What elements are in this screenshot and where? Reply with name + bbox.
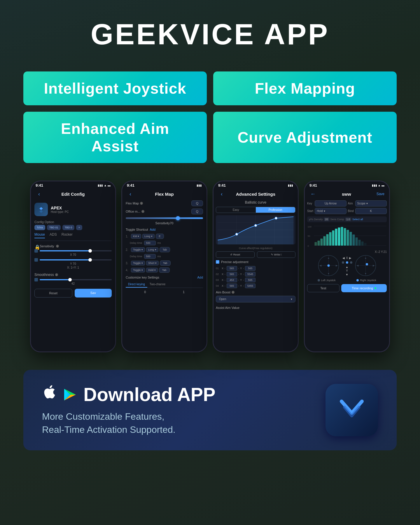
coord-4-y[interactable]: 5455 xyxy=(245,284,256,288)
smoothness-track[interactable] xyxy=(40,279,112,280)
flex-map-value[interactable]: Q xyxy=(191,200,203,206)
svg-text:▲: ▲ xyxy=(364,257,367,259)
coord-3-x[interactable]: 453 xyxy=(227,278,237,282)
phone4-save[interactable]: Save xyxy=(377,192,384,196)
lock-icon: 🔒 xyxy=(34,244,38,248)
item1-duration[interactable]: Long ▾ xyxy=(142,234,155,239)
mapping-item-2: 2. Toggle ▾ Long ▾ Tab xyxy=(126,247,203,252)
coord-2-x[interactable]: 565 xyxy=(227,272,237,276)
download-subtitle-line1: More Customizable Features, xyxy=(42,410,216,423)
config-profile: APEX Host type: PC xyxy=(34,200,112,218)
nav-tab-ads[interactable]: ADS xyxy=(50,232,57,238)
item2-type[interactable]: Toggle ▾ xyxy=(131,247,145,252)
item1-type[interactable]: KM ▾ xyxy=(131,234,141,239)
sensitivity-info: i xyxy=(56,245,59,248)
precise-row: ✓ Precise adjustment xyxy=(216,260,295,264)
start-label: Start xyxy=(307,209,313,213)
density-value: 20 xyxy=(324,218,329,221)
item2-key[interactable]: Tab xyxy=(160,247,170,252)
delay-row-2: Delay time 500 ms xyxy=(126,254,203,259)
y-slider-track[interactable] xyxy=(40,259,112,260)
curve-label: Curve effect(Free regulation) xyxy=(216,247,295,250)
phone1-time: 9:41 xyxy=(36,183,43,188)
coord-2-y[interactable]: 5545 xyxy=(245,272,256,276)
curve-buttons: ↺ Reset ✎ Write i xyxy=(216,251,295,258)
sensitivity-x-slider[interactable] xyxy=(34,249,112,253)
item3-key[interactable]: Tab xyxy=(160,260,171,266)
time-recording-btn[interactable]: Time recording xyxy=(341,284,387,292)
smoothness-slider[interactable] xyxy=(34,278,112,281)
svg-text:▶: ▶ xyxy=(336,264,338,267)
svg-point-7 xyxy=(255,224,257,227)
item4-type[interactable]: Toggle ▾ xyxy=(131,268,145,272)
sensitivity-y-slider[interactable] xyxy=(34,258,112,262)
phone1-nav-tabs: Mouse ADS Rocker xyxy=(34,232,112,241)
item1-key[interactable]: E xyxy=(156,234,164,239)
sens-slider-track[interactable] xyxy=(126,217,203,219)
write-curve-btn[interactable]: ✎ Write i xyxy=(257,251,296,258)
mode-tab-easy[interactable]: Easy xyxy=(216,207,256,213)
save-button[interactable]: Sav xyxy=(75,289,112,298)
item4-key[interactable]: Tab xyxy=(159,267,170,273)
phone1-back-btn[interactable]: ‹ xyxy=(36,190,43,197)
svg-point-6 xyxy=(236,233,238,235)
sens-thumb xyxy=(176,216,180,220)
customize-title: Customize key Settings xyxy=(126,276,159,279)
aim-boost-section: Aim Boost i Open ▾ xyxy=(216,290,295,302)
nav-tab-rocker[interactable]: Rocker xyxy=(62,232,73,238)
bind-value[interactable]: K xyxy=(355,208,387,214)
item4-duration[interactable]: Hold ▾ xyxy=(146,268,158,272)
slider-icon-x xyxy=(34,249,38,253)
test-btn[interactable]: Test xyxy=(307,284,340,292)
keying-tab-two-channel[interactable]: Two-channe xyxy=(147,281,168,288)
delay-input-1[interactable]: 500 xyxy=(144,241,156,245)
x-slider-track[interactable] xyxy=(40,250,112,251)
svg-text:▼: ▼ xyxy=(327,272,330,275)
xy-display: X:-2 Y:21 xyxy=(307,250,387,253)
download-section: Download APP More Customizable Features,… xyxy=(23,370,397,450)
feature-badges: Intelligent Joystick Flex Mapping Enhanc… xyxy=(23,71,397,163)
mapping-items: 1. KM ▾ Long ▾ E Delay time 500 ms 2. xyxy=(126,234,203,273)
reset-button[interactable]: Reset xyxy=(34,289,72,298)
svg-rect-22 xyxy=(335,229,337,246)
coord-4-x[interactable]: 565 xyxy=(227,284,237,288)
keying-tab-direct[interactable]: Direct keying xyxy=(126,281,147,288)
select-all-link[interactable]: Select all xyxy=(352,218,363,221)
reset-curve-btn[interactable]: ↺ Reset xyxy=(216,251,255,258)
config-tab-1[interactable]: Tchia xyxy=(34,225,45,230)
item3-type[interactable]: Toggle ▾ xyxy=(131,261,145,265)
y-value-label: Y 70 xyxy=(34,262,112,265)
delay-input-2[interactable]: 500 xyxy=(144,254,156,259)
start-value[interactable]: Hold ▾ xyxy=(315,208,346,214)
customize-add-link[interactable]: Add xyxy=(197,276,203,279)
config-add-tab[interactable]: + xyxy=(76,225,82,230)
coord-1-y[interactable]: 565 xyxy=(245,266,256,271)
svg-rect-19 xyxy=(326,234,329,246)
precise-checkbox[interactable]: ✓ xyxy=(216,260,219,264)
aim-value[interactable]: Scope ▾ xyxy=(355,200,387,206)
phone1-bottom-buttons: Reset Sav xyxy=(34,289,112,298)
feature-badge-text-2: Flex Mapping xyxy=(255,80,355,97)
phone4-status-bar: 9:41 ▮▮▮ ▲ ▬ xyxy=(305,181,389,188)
key-value[interactable]: Up Arrow xyxy=(315,200,346,206)
config-tab-3[interactable]: TBD 0 xyxy=(62,225,75,230)
mode-tab-pro[interactable]: Profession xyxy=(256,207,295,213)
config-tab-2[interactable]: TBD 01 xyxy=(47,225,61,230)
item2-duration[interactable]: Long ▾ xyxy=(146,247,158,252)
phone2-back-btn[interactable]: ‹ xyxy=(127,190,134,197)
phone4-back-btn[interactable]: ← xyxy=(309,190,316,197)
item3-duration[interactable]: Short ▾ xyxy=(146,261,159,265)
svg-rect-28 xyxy=(353,235,355,246)
sensitivity-slider-section: Sensitivity70 xyxy=(126,217,203,225)
density-row: y/% Density 20 Sens Comp 1.0 Select all xyxy=(307,216,387,222)
add-link[interactable]: Add xyxy=(150,228,155,231)
office-mode-value[interactable]: Q xyxy=(191,209,203,214)
nav-tab-mouse[interactable]: Mouse xyxy=(34,232,45,238)
sens-comp-value: 1.0 xyxy=(345,218,351,221)
phone3-status-icons: ▮▮▮ xyxy=(288,184,293,187)
coord-1-x[interactable]: 565 xyxy=(227,266,237,271)
left-joystick-indicator xyxy=(318,279,320,281)
coord-3-y[interactable]: 565 xyxy=(245,278,256,282)
phone3-back-btn[interactable]: ‹ xyxy=(218,190,225,197)
open-select[interactable]: Open ▾ xyxy=(216,296,295,302)
